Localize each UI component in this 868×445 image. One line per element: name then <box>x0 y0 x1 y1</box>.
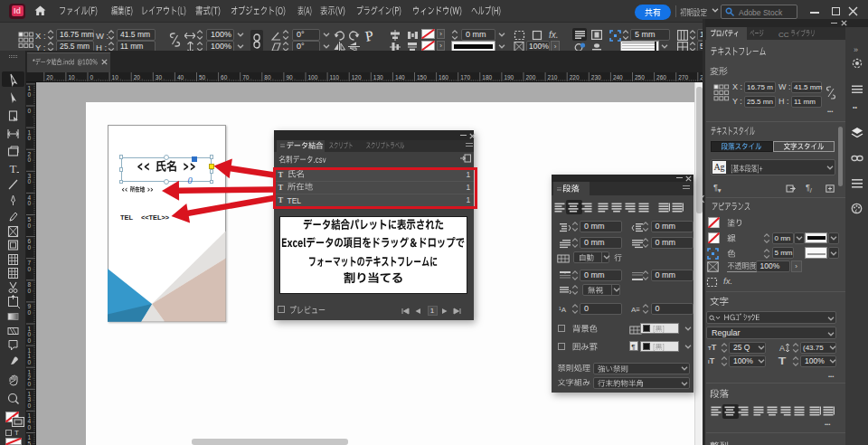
svg-text:250: 250 <box>635 74 645 80</box>
svg-text:210: 210 <box>548 74 558 80</box>
svg-text:170: 170 <box>460 74 470 80</box>
svg-text:0: 0 <box>28 91 32 98</box>
svg-text:A: A <box>779 344 785 353</box>
svg-text:70: 70 <box>242 74 250 80</box>
svg-text:200: 200 <box>526 74 536 80</box>
svg-text:0: 0 <box>28 244 32 251</box>
svg-text:0: 0 <box>28 135 32 141</box>
svg-text:0: 0 <box>28 178 32 185</box>
svg-text:20: 20 <box>134 74 141 80</box>
svg-text:130: 130 <box>373 74 383 80</box>
svg-text:100: 100 <box>308 74 318 80</box>
svg-text:0: 0 <box>28 337 32 344</box>
svg-text:90: 90 <box>286 74 293 80</box>
svg-text:260: 260 <box>656 74 666 80</box>
svg-text:110: 110 <box>330 74 340 80</box>
svg-text:50: 50 <box>199 74 206 80</box>
svg-text:80: 80 <box>264 74 271 80</box>
svg-text:0: 0 <box>28 200 32 206</box>
svg-text:40: 40 <box>177 74 184 80</box>
svg-text:A≡: A≡ <box>631 306 640 314</box>
svg-text:30: 30 <box>156 74 163 80</box>
svg-text:240: 240 <box>613 74 623 80</box>
svg-text:0: 0 <box>28 381 32 387</box>
svg-text:190: 190 <box>504 74 514 80</box>
svg-text:0: 0 <box>28 266 32 272</box>
svg-text:0: 0 <box>28 402 32 409</box>
svg-text:0: 0 <box>28 222 32 229</box>
svg-text:10: 10 <box>112 74 119 80</box>
svg-text:160: 160 <box>439 74 448 80</box>
svg-text:180: 180 <box>482 74 492 80</box>
svg-text:230: 230 <box>591 74 601 80</box>
svg-text:0: 0 <box>28 156 32 163</box>
svg-text:0: 0 <box>28 108 32 114</box>
svg-text:60: 60 <box>221 74 228 80</box>
svg-text:0: 0 <box>28 288 32 294</box>
svg-text:270: 270 <box>678 74 688 80</box>
svg-text:0: 0 <box>28 359 32 365</box>
svg-text:0: 0 <box>90 74 94 80</box>
svg-text:¹A: ¹A <box>559 306 567 314</box>
svg-text:120: 120 <box>352 74 362 80</box>
svg-text:20: 20 <box>46 74 53 80</box>
svg-text:0: 0 <box>28 309 32 316</box>
svg-text:220: 220 <box>570 74 580 80</box>
svg-text:T: T <box>10 162 17 175</box>
svg-text:10: 10 <box>68 74 75 80</box>
svg-text:150: 150 <box>417 74 427 80</box>
svg-text:0: 0 <box>28 424 32 431</box>
svg-text:140: 140 <box>395 74 405 80</box>
svg-text:5: 5 <box>28 440 32 445</box>
